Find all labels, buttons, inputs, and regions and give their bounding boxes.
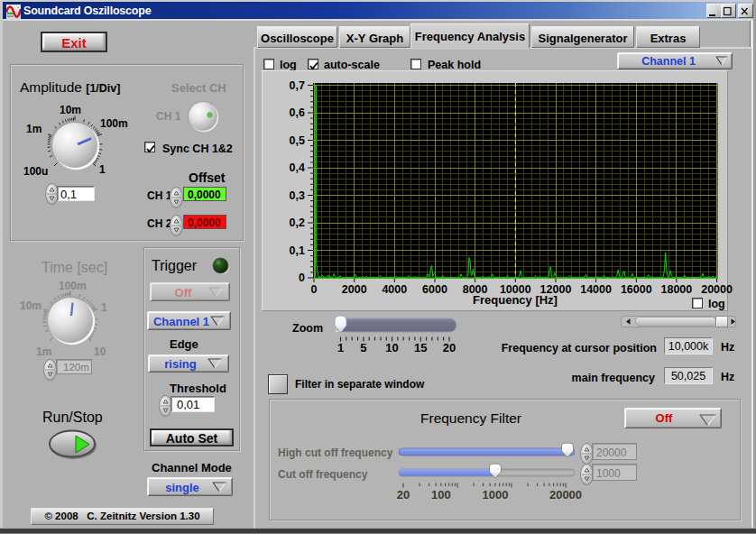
svg-text:0,7: 0,7 xyxy=(290,79,305,92)
svg-text:0,2: 0,2 xyxy=(290,216,305,229)
svg-text:1: 1 xyxy=(337,341,344,354)
svg-text:0: 0 xyxy=(311,283,318,296)
svg-text:20000: 20000 xyxy=(549,488,582,502)
svg-text:0,6: 0,6 xyxy=(290,106,305,119)
svg-text:6000: 6000 xyxy=(422,283,447,296)
svg-text:0,4: 0,4 xyxy=(290,161,305,174)
svg-text:20000: 20000 xyxy=(701,283,733,296)
svg-text:0,1: 0,1 xyxy=(290,244,305,257)
svg-text:15: 15 xyxy=(414,341,427,354)
svg-text:10: 10 xyxy=(385,341,398,354)
svg-text:4000: 4000 xyxy=(382,283,407,296)
svg-text:14000: 14000 xyxy=(580,283,612,296)
svg-text:1000: 1000 xyxy=(482,488,508,502)
svg-text:Frequency [Hz]: Frequency [Hz] xyxy=(473,293,558,307)
svg-text:0: 0 xyxy=(299,272,305,284)
svg-text:16000: 16000 xyxy=(621,283,652,296)
svg-text:0,3: 0,3 xyxy=(290,189,305,202)
svg-text:20: 20 xyxy=(443,341,456,354)
svg-text:20: 20 xyxy=(397,488,410,502)
svg-text:2000: 2000 xyxy=(342,283,367,296)
svg-text:18000: 18000 xyxy=(661,283,693,296)
svg-text:0,5: 0,5 xyxy=(290,134,305,147)
svg-text:100: 100 xyxy=(431,488,451,502)
svg-text:5: 5 xyxy=(360,341,366,354)
